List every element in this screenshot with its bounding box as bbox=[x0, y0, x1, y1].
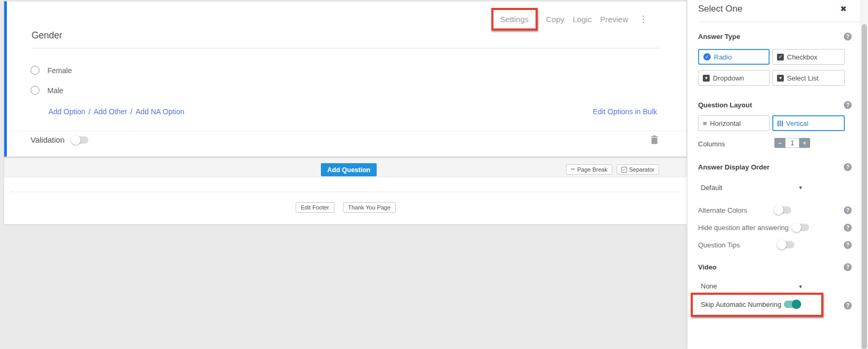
settings-menu-item[interactable]: Settings bbox=[500, 15, 529, 24]
chevron-down-icon[interactable]: ▾ bbox=[799, 283, 802, 290]
help-icon[interactable]: ? bbox=[844, 101, 852, 109]
answer-type-dropdown[interactable]: ▾ Dropdown bbox=[698, 70, 770, 86]
footer-buttons: Edit Footer Thank You Page bbox=[4, 202, 687, 213]
edit-options-in-bulk-link[interactable]: Edit Options in Bulk bbox=[593, 107, 657, 116]
page-break-label: Page Break bbox=[577, 166, 607, 173]
copy-menu-item[interactable]: Copy bbox=[546, 15, 564, 24]
question-layout-label: Question Layout bbox=[698, 101, 752, 109]
answer-type-option-label: Select List bbox=[787, 74, 819, 82]
option-label[interactable]: Female bbox=[47, 66, 72, 75]
answer-type-select-list[interactable]: ▾ Select List bbox=[772, 70, 845, 86]
survey-builder-page: Settings Copy Logic Preview ⋮ Gender Fem… bbox=[0, 0, 868, 349]
panel-divider bbox=[698, 22, 861, 22]
dashed-section-divider bbox=[11, 192, 681, 192]
page-break-icon: ✂ bbox=[571, 167, 575, 172]
layout-option-label: Vertical bbox=[786, 119, 809, 127]
dropdown-icon: ▾ bbox=[703, 75, 710, 82]
columns-stepper: − 1 + bbox=[774, 138, 810, 148]
separator-button[interactable]: ✓ Separator bbox=[617, 164, 659, 175]
columns-decrement-button[interactable]: − bbox=[774, 138, 785, 148]
link-separator: / bbox=[130, 107, 133, 116]
page-break-button[interactable]: ✂ Page Break bbox=[566, 164, 612, 175]
close-icon[interactable]: ✖ bbox=[840, 5, 847, 13]
help-icon[interactable]: ? bbox=[844, 302, 852, 310]
question-tips-label: Question Tips bbox=[698, 241, 740, 249]
answer-type-option-label: Radio bbox=[714, 53, 732, 61]
answer-type-label: Answer Type bbox=[698, 33, 740, 41]
video-label: Video bbox=[698, 263, 716, 271]
radio-check-icon: ✓ bbox=[703, 53, 711, 61]
help-icon[interactable]: ? bbox=[844, 224, 852, 232]
link-separator: / bbox=[88, 107, 90, 116]
help-icon[interactable]: ? bbox=[844, 241, 852, 249]
alternate-colors-label: Alternate Colors bbox=[698, 206, 747, 214]
settings-annotation-box: Settings bbox=[491, 8, 538, 31]
layout-horizontal-button[interactable]: ≡ Horizontal bbox=[698, 115, 770, 131]
validation-toggle[interactable] bbox=[72, 136, 88, 144]
skip-numbering-label: Skip Automatic Numbering bbox=[701, 301, 781, 308]
validation-label: Validation bbox=[31, 135, 65, 144]
add-option-link[interactable]: Add Option bbox=[48, 107, 85, 116]
layout-option-label: Horizontal bbox=[710, 119, 741, 127]
thank-you-page-button[interactable]: Thank You Page bbox=[343, 202, 396, 213]
help-icon[interactable]: ? bbox=[844, 163, 852, 171]
answer-display-order-select[interactable]: Default bbox=[701, 184, 722, 192]
help-icon[interactable]: ? bbox=[844, 33, 852, 41]
add-other-link[interactable]: Add Other bbox=[94, 107, 127, 116]
hide-question-label: Hide question after answering bbox=[698, 224, 789, 232]
checkbox-icon: ✓ bbox=[777, 54, 784, 61]
answer-display-order-label: Answer Display Order bbox=[698, 163, 770, 171]
trash-icon bbox=[651, 137, 658, 146]
scrollbar-thumb[interactable] bbox=[862, 24, 867, 349]
radio-option-icon[interactable] bbox=[31, 86, 39, 95]
more-options-icon[interactable]: ⋮ bbox=[637, 15, 650, 24]
add-na-option-link[interactable]: Add NA Option bbox=[136, 107, 185, 116]
question-layout-options: ≡ Horizontal Vertical bbox=[698, 115, 845, 131]
skip-numbering-toggle[interactable] bbox=[784, 301, 801, 308]
preview-menu-item[interactable]: Preview bbox=[600, 15, 628, 24]
answer-option-row: Male bbox=[31, 86, 63, 95]
columns-label: Columns bbox=[698, 140, 725, 148]
builder-mini-buttons: ✂ Page Break ✓ Separator bbox=[566, 164, 659, 175]
answer-type-checkbox[interactable]: ✓ Checkbox bbox=[772, 49, 845, 65]
video-select[interactable]: None bbox=[701, 282, 717, 290]
next-section-card: Add Question ✂ Page Break ✓ Separator Ed… bbox=[4, 158, 687, 224]
help-icon[interactable]: ? bbox=[844, 206, 852, 214]
answer-type-option-label: Dropdown bbox=[713, 74, 744, 82]
vertical-bars-icon bbox=[778, 121, 783, 126]
validation-row: Validation bbox=[31, 135, 88, 144]
add-question-button[interactable]: Add Question bbox=[321, 163, 377, 176]
columns-value-input[interactable]: 1 bbox=[785, 138, 799, 148]
answer-option-row: Female bbox=[31, 66, 72, 75]
question-title[interactable]: Gender bbox=[32, 30, 62, 41]
chevron-down-icon[interactable]: ▾ bbox=[799, 184, 802, 191]
alternate-colors-toggle[interactable] bbox=[774, 206, 791, 214]
radio-option-icon[interactable] bbox=[31, 66, 39, 75]
question-card: Settings Copy Logic Preview ⋮ Gender Fem… bbox=[4, 1, 687, 157]
select-list-icon: ▾ bbox=[777, 75, 784, 82]
separator-label: Separator bbox=[629, 166, 654, 173]
validation-divider bbox=[7, 131, 687, 131]
question-title-underline bbox=[32, 48, 661, 48]
answer-type-options: ✓ Radio ✓ Checkbox ▾ Dropdown ▾ Select L… bbox=[698, 49, 845, 86]
answer-type-option-label: Checkbox bbox=[787, 53, 817, 61]
settings-panel: Select One ✖ Answer Type ? ✓ Radio ✓ Che… bbox=[687, 0, 868, 349]
option-label[interactable]: Male bbox=[47, 86, 63, 95]
hide-question-toggle[interactable] bbox=[792, 224, 809, 231]
columns-increment-button[interactable]: + bbox=[799, 138, 810, 148]
question-menu: Settings Copy Logic Preview ⋮ bbox=[491, 8, 650, 31]
option-links: Add Option / Add Other / Add NA Option bbox=[48, 107, 184, 116]
horizontal-lines-icon: ≡ bbox=[703, 120, 707, 127]
logic-menu-item[interactable]: Logic bbox=[573, 15, 592, 24]
help-icon[interactable]: ? bbox=[844, 263, 852, 271]
question-tips-toggle[interactable] bbox=[778, 241, 794, 248]
edit-footer-button[interactable]: Edit Footer bbox=[296, 202, 335, 213]
separator-icon: ✓ bbox=[621, 167, 627, 173]
answer-type-radio[interactable]: ✓ Radio bbox=[698, 49, 770, 65]
panel-title: Select One bbox=[698, 4, 742, 14]
delete-question-button[interactable] bbox=[651, 135, 658, 146]
layout-vertical-button[interactable]: Vertical bbox=[772, 115, 845, 131]
